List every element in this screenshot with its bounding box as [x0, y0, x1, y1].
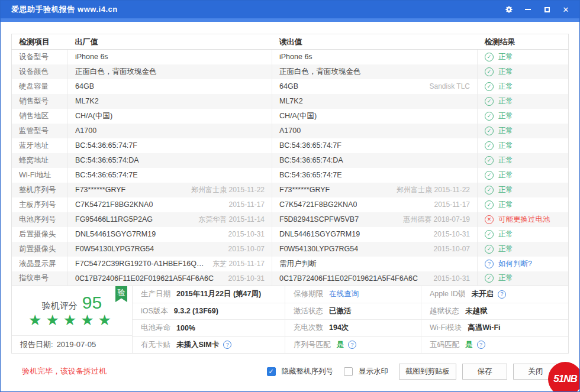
row-result-cell: ✓正常 — [478, 153, 569, 168]
row-factory-value: 64GB — [75, 82, 94, 90]
minimize-button[interactable] — [520, 3, 536, 16]
check-circle-icon: ✓ — [485, 97, 494, 106]
table-header-row: 检测项目 出厂值 读出值 检测结果 — [12, 34, 569, 50]
row-factory-cell: CH/A(中国) — [68, 109, 272, 124]
info-label: 保修期限 — [294, 289, 323, 299]
window-title: 爱思助手验机报告 www.i4.cn — [11, 4, 118, 15]
info-row: iOS版本9.3.2 (13F69)激活状态已激活越狱状态未越狱 — [133, 303, 568, 320]
table-row: 指纹串号0C17B72406F11E02F019621A5F4F6A6C2015… — [12, 271, 569, 286]
info-row: 有无卡贴未插入SIM卡?序列号匹配是?五码匹配是? — [133, 337, 568, 354]
row-read-note: Sandisk TLC — [430, 82, 470, 90]
check-circle-icon: ✓ — [485, 67, 494, 76]
row-item-label: 蓝牙地址 — [12, 138, 68, 153]
row-factory-value: 正面白色，背面玫瑰金色 — [75, 67, 157, 77]
info-cell: 生产日期2015年11月22日 (第47周) — [133, 286, 285, 303]
info-row: 生产日期2015年11月22日 (第47周)保修期限在线查询Apple ID锁未… — [133, 286, 568, 303]
row-result-cell: ✓正常 — [478, 197, 569, 212]
row-read-note: 2015-10-07 — [434, 245, 470, 253]
result-text: 正常 — [498, 229, 513, 239]
result-text: 正常 — [498, 185, 513, 195]
row-read-note: 2015-10-31 — [434, 230, 470, 238]
row-result-cell: ?如何判断? — [478, 257, 569, 271]
row-read-note: 惠州德赛 2018-07-19 — [403, 215, 470, 225]
check-circle-icon: ✓ — [485, 171, 494, 180]
row-read-cell: C7K54721F8BG2KNA02015-11-17 — [272, 197, 478, 212]
row-factory-cell: FG95466L11RG5P2AG东莞华普 2015-11-14 — [68, 212, 272, 227]
row-item-label: Wi-Fi地址 — [12, 168, 68, 183]
row-read-cell: ML7K2 — [272, 94, 478, 109]
minimize-icon — [525, 9, 531, 10]
row-factory-value: F7C5472C39RG192T0-A1HBEF16QDP1... — [75, 260, 208, 268]
row-item-label: 指纹串号 — [12, 271, 68, 286]
row-read-value: 0C17B72406F11E02F019621A5F4F6A6C — [279, 274, 418, 283]
help-circle-icon[interactable]: ? — [223, 341, 231, 349]
info-value: 100% — [176, 324, 195, 332]
row-read-note: 2015-11-17 — [434, 200, 471, 209]
online-query-link[interactable]: 在线查询 — [329, 289, 359, 299]
score-area: 验机评分 95 ★★★★★ — [12, 286, 132, 335]
info-label: 五码匹配 — [430, 340, 459, 350]
info-cell: 电池寿命100% — [133, 320, 285, 336]
row-read-cell: DNL54461SGYG7RM192015-10-31 — [272, 227, 478, 242]
row-item-label: 前置摄像头 — [12, 242, 68, 257]
row-factory-note: 2015-10-31 — [228, 274, 265, 283]
row-factory-value: F73******GRYF — [75, 186, 125, 194]
question-circle-icon[interactable]: ? — [485, 260, 494, 268]
row-item-label: 设备颜色 — [12, 64, 68, 79]
result-text: 正常 — [498, 67, 513, 77]
info-cell: 激活状态已激活 — [285, 303, 421, 320]
row-result-cell: ✓正常 — [478, 271, 569, 286]
info-label: iOS版本 — [141, 306, 168, 316]
table-row: 主板序列号C7K54721F8BG2KNA02015-11-17C7K54721… — [12, 197, 569, 212]
report-date-row: 报告日期: 2019-07-05 — [12, 335, 132, 353]
info-value: 是 — [465, 340, 473, 350]
settings-gear-icon[interactable] — [501, 3, 517, 16]
footer-bar: 验机完毕，该设备拆过机 ✓ 隐藏整机序列号 显示水印 截图到剪贴板 保存 关闭 — [11, 355, 569, 388]
row-read-value: F73******GRYF — [279, 186, 330, 194]
info-label: 生产日期 — [141, 289, 170, 299]
info-value: 未越狱 — [465, 306, 488, 316]
row-item-label: 后置摄像头 — [12, 227, 68, 242]
titlebar: 爱思助手验机报告 www.i4.cn ✕ — [1, 1, 579, 18]
info-cell: iOS版本9.3.2 (13F69) — [133, 303, 285, 320]
info-cell: 充电次数194次 — [285, 320, 421, 336]
row-factory-cell: F0W54130LYPG7RG542015-10-07 — [68, 242, 272, 257]
row-factory-value: BC:54:36:65:74:7E — [75, 171, 138, 179]
row-result-cell: ✕可能更换过电池 — [478, 212, 569, 227]
info-label: Apple ID锁 — [430, 289, 465, 299]
help-circle-icon[interactable]: ? — [498, 290, 506, 299]
row-factory-cell: ML7K2 — [68, 94, 272, 109]
help-circle-icon[interactable]: ? — [477, 341, 485, 349]
result-text: 正常 — [498, 155, 513, 166]
table-row: 整机序列号F73******GRYF郑州富士康 2015-11-22F73***… — [12, 183, 569, 197]
row-factory-note: 东芝 2015-11-17 — [212, 259, 265, 269]
row-result-cell: ✓正常 — [478, 64, 569, 79]
hide-serial-checkbox[interactable]: ✓ — [267, 367, 276, 376]
row-factory-value: iPhone 6s — [75, 53, 108, 61]
result-text: 正常 — [498, 170, 513, 180]
help-circle-icon[interactable]: ? — [348, 341, 356, 349]
table-row: 蜂窝地址BC:54:36:65:74:DABC:54:36:65:74:DA✓正… — [12, 153, 569, 168]
check-circle-icon: ✓ — [485, 141, 494, 150]
info-cell: Apple ID锁未开启? — [421, 286, 568, 303]
score-panel: 验 验机评分 95 ★★★★★ 报告日期: 2019-07-05 — [12, 286, 133, 353]
row-factory-cell: 正面白色，背面玫瑰金色 — [68, 64, 272, 79]
row-factory-cell: BC:54:36:65:74:7E — [68, 168, 272, 183]
save-button[interactable]: 保存 — [462, 364, 507, 380]
how-to-judge-link[interactable]: 如何判断? — [498, 259, 532, 269]
row-result-cell: ✓正常 — [478, 183, 569, 197]
footer-controls: ✓ 隐藏整机序列号 显示水印 截图到剪贴板 保存 关闭 — [267, 364, 559, 380]
row-factory-cell: 0C17B72406F11E02F019621A5F4F6A6C2015-10-… — [68, 271, 272, 286]
result-text: 正常 — [498, 244, 513, 254]
close-button[interactable]: ✕ — [558, 3, 573, 16]
maximize-button[interactable] — [539, 3, 555, 16]
window-controls: ✕ — [501, 3, 573, 16]
table-row: Wi-Fi地址BC:54:36:65:74:7EBC:54:36:65:74:7… — [12, 168, 569, 183]
screenshot-to-clipboard-button[interactable]: 截图到剪贴板 — [399, 364, 456, 380]
show-watermark-checkbox[interactable] — [344, 367, 353, 376]
info-value: 已激活 — [329, 306, 352, 316]
info-label: 充电次数 — [294, 323, 323, 333]
row-read-cell: A1700 — [272, 124, 478, 138]
row-factory-cell: F73******GRYF郑州富士康 2015-11-22 — [68, 183, 272, 197]
table-row: 销售型号ML7K2ML7K2✓正常 — [12, 94, 569, 109]
